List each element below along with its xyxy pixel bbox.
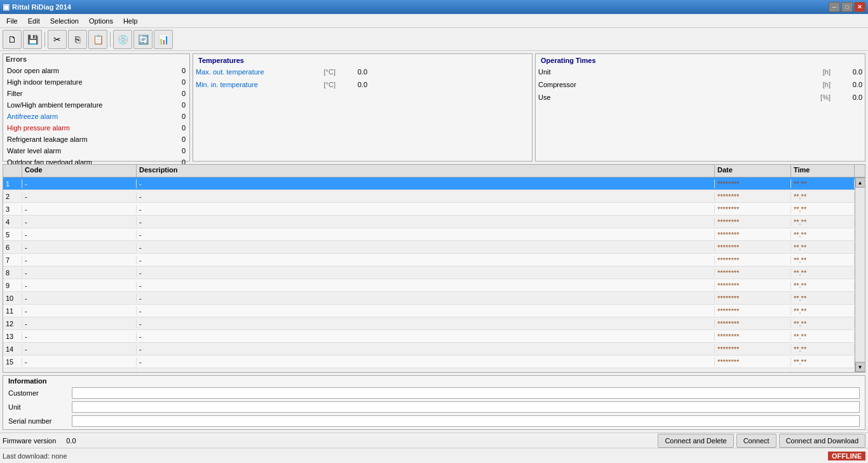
toolbar-sep-2: [110, 32, 111, 47]
firmware-value: 0.0: [66, 437, 76, 445]
log-cell-date: ********: [715, 281, 791, 290]
log-header-num: [3, 165, 22, 177]
log-cell-code: -: [22, 319, 137, 328]
log-cell-date: ********: [715, 370, 791, 373]
log-cell-time: **.**: [791, 345, 855, 354]
log-header-time: Time: [791, 165, 855, 177]
copy-button[interactable]: ⎘: [68, 30, 87, 49]
log-cell-desc: -: [137, 205, 715, 214]
log-row[interactable]: 14 - - ******** **.**: [3, 343, 855, 356]
refresh-button[interactable]: 🔄: [133, 30, 153, 49]
log-row[interactable]: 2 - - ******** **.**: [3, 190, 855, 203]
errors-panel: Errors Door open alarm0High indoor tempe…: [3, 53, 190, 162]
errors-row: Water level alarm0: [4, 146, 188, 156]
log-row[interactable]: 10 - - ******** **.**: [3, 292, 855, 305]
op-value: 0.0: [831, 93, 862, 101]
info-row: Unit: [8, 400, 860, 414]
log-cell-num: 12: [3, 319, 22, 328]
log-cell-code: -: [22, 307, 137, 315]
log-cell-num: 5: [3, 230, 22, 239]
restore-button[interactable]: □: [841, 2, 853, 12]
temps-value: 0.0: [336, 68, 367, 76]
log-cell-date: ********: [715, 319, 791, 328]
log-row[interactable]: 8 - - ******** **.**: [3, 266, 855, 279]
statusbar: Firmware version 0.0 Connect and Delete …: [0, 432, 868, 448]
log-cell-date: ********: [715, 243, 791, 252]
log-cell-num: 13: [3, 332, 22, 341]
log-cell-num: 16: [3, 370, 22, 373]
log-cell-code: -: [22, 281, 137, 290]
close-button[interactable]: ✕: [854, 2, 865, 12]
log-row[interactable]: 4 - - ******** **.**: [3, 216, 855, 228]
log-cell-date: ********: [715, 307, 791, 315]
log-row[interactable]: 12 - - ******** **.**: [3, 317, 855, 330]
log-cell-date: ********: [715, 192, 791, 201]
status-right: Connect and Delete Connect Connect and D…: [658, 434, 865, 448]
info-field-input[interactable]: [72, 401, 860, 413]
errors-row-value: 0: [175, 77, 188, 87]
menu-help[interactable]: Help: [118, 16, 143, 26]
log-table-header: Code Description Date Time: [3, 165, 865, 177]
save-button[interactable]: 💾: [23, 30, 42, 49]
errors-row: Refrigerant leakage alarm0: [4, 134, 188, 144]
temps-row: Min. in. temperature [°C] 0.0: [196, 78, 529, 91]
temps-unit: [°C]: [310, 81, 336, 88]
log-cell-num: 11: [3, 307, 22, 315]
log-cell-num: 14: [3, 345, 22, 354]
connect-download-button[interactable]: Connect and Download: [779, 434, 865, 448]
minimize-button[interactable]: ─: [829, 2, 840, 12]
op-label: Unit: [538, 68, 805, 76]
log-cell-time: **.**: [791, 332, 855, 341]
log-row[interactable]: 7 - - ******** **.**: [3, 254, 855, 266]
info-field-input[interactable]: [72, 387, 860, 399]
menu-file[interactable]: File: [1, 16, 23, 26]
log-row[interactable]: 11 - - ******** **.**: [3, 305, 855, 317]
log-cell-desc: -: [137, 294, 715, 303]
log-body[interactable]: 1 - - ******** **.** 2 - - ******** **.*…: [3, 177, 855, 372]
info-field-label: Serial number: [8, 417, 72, 425]
log-row[interactable]: 13 - - ******** **.**: [3, 330, 855, 343]
scroll-track[interactable]: [855, 188, 865, 362]
log-header-date: Date: [715, 165, 791, 177]
log-cell-code: -: [22, 205, 137, 214]
log-row[interactable]: 1 - - ******** **.**: [3, 177, 855, 190]
log-row[interactable]: 3 - - ******** **.**: [3, 203, 855, 216]
info-field-input[interactable]: [72, 415, 860, 427]
temps-label: Min. in. temperature: [196, 81, 310, 88]
bottom-bar: Last download: none OFFLINE: [0, 448, 868, 463]
menu-edit[interactable]: Edit: [23, 16, 45, 26]
disk-button[interactable]: 💿: [113, 30, 132, 49]
log-cell-desc: -: [137, 192, 715, 201]
errors-row-value: 0: [175, 111, 188, 121]
errors-row: Door open alarm0: [4, 66, 188, 76]
op-unit: [%]: [805, 93, 831, 101]
scroll-up-button[interactable]: ▲: [855, 177, 865, 188]
connect-delete-button[interactable]: Connect and Delete: [658, 434, 733, 448]
log-cell-desc: -: [137, 357, 715, 366]
log-cell-desc: -: [137, 179, 715, 188]
log-row[interactable]: 5 - - ******** **.**: [3, 228, 855, 241]
connect-button[interactable]: Connect: [736, 434, 776, 448]
log-row[interactable]: 9 - - ******** **.**: [3, 279, 855, 292]
menu-options[interactable]: Options: [84, 16, 118, 26]
new-button[interactable]: 🗋: [3, 30, 22, 49]
log-row[interactable]: 15 - - ******** **.**: [3, 356, 855, 368]
log-row[interactable]: 16 - - ******** **.**: [3, 368, 855, 372]
menu-selection[interactable]: Selection: [45, 16, 84, 26]
errors-title: Errors: [3, 54, 189, 64]
log-cell-time: **.**: [791, 218, 855, 226]
log-cell-num: 7: [3, 256, 22, 265]
scroll-down-button[interactable]: ▼: [855, 362, 865, 372]
log-cell-num: 9: [3, 281, 22, 290]
log-scrollbar[interactable]: ▲ ▼: [855, 177, 865, 372]
top-row: Errors Door open alarm0High indoor tempe…: [3, 53, 865, 162]
log-cell-num: 6: [3, 243, 22, 252]
log-row[interactable]: 6 - - ******** **.**: [3, 241, 855, 254]
log-cell-desc: -: [137, 307, 715, 315]
titlebar-left: ▣ Rittal RiDiag 2014: [3, 3, 71, 11]
log-cell-time: **.**: [791, 256, 855, 265]
cut-button[interactable]: ✂: [48, 30, 67, 49]
paste-button[interactable]: 📋: [88, 30, 107, 49]
titlebar-controls[interactable]: ─ □ ✕: [829, 2, 865, 12]
chart-button[interactable]: 📊: [154, 30, 173, 49]
